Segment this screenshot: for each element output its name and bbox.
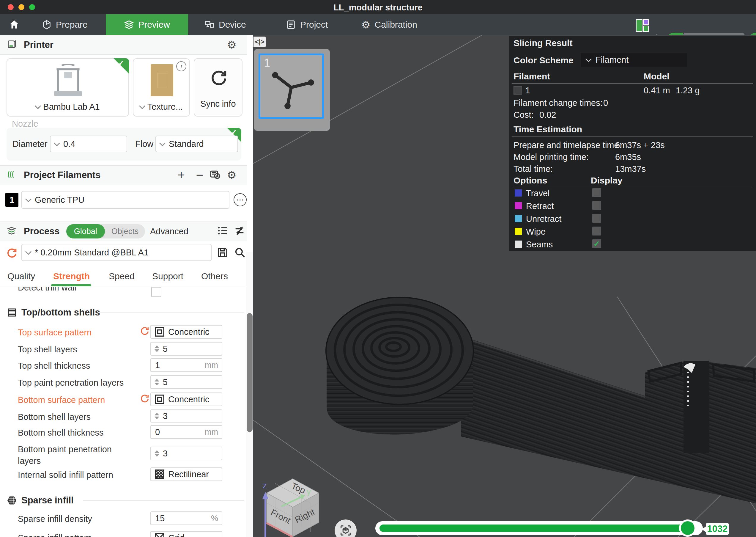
view-cube[interactable]: Top Front Right z y — [253, 35, 372, 537]
printer-section-title: Printer — [24, 40, 54, 50]
preset-select[interactable]: * 0.20mm Standard @BBL A1 — [21, 244, 211, 261]
column-model: Model — [644, 71, 669, 81]
bottom-shell-thickness-input[interactable]: 0 mm — [150, 425, 222, 439]
option-label: Travel — [526, 188, 550, 198]
printer-settings-gear-icon[interactable]: ⚙ — [227, 40, 237, 50]
device-icon — [205, 20, 214, 30]
filament-weight: 1.23 g — [676, 86, 700, 96]
scrollbar-track[interactable] — [246, 252, 253, 537]
setting-label: Sparse infill pattern — [18, 533, 92, 537]
crosshatch-pattern-icon — [154, 469, 165, 480]
display-travel-checkbox[interactable] — [592, 188, 601, 197]
ams-sync-icon[interactable] — [209, 169, 221, 182]
setting-label: Bottom shell thickness — [18, 428, 104, 438]
tab-calibration[interactable]: ⚙ Calibration — [361, 14, 417, 35]
process-scope-toggle[interactable]: Global Objects — [66, 224, 145, 238]
setting-label: Sparse infill density — [18, 514, 92, 524]
top-surface-pattern-select[interactable]: Concentric — [150, 325, 222, 339]
tab-quality[interactable]: Quality — [7, 271, 35, 281]
setting-label: Top shell layers — [18, 345, 77, 354]
detect-thin-wall-checkbox[interactable] — [151, 287, 161, 297]
filament-settings-gear-icon[interactable]: ⚙ — [227, 170, 237, 181]
display-wipe-checkbox[interactable] — [592, 227, 601, 235]
param-list-icon[interactable] — [217, 225, 229, 238]
sync-info-button[interactable]: Sync info — [194, 58, 243, 116]
printer-card[interactable]: ✓ Bambu Lab A1 — [7, 58, 129, 116]
divider — [512, 136, 753, 137]
info-icon[interactable]: i — [176, 61, 186, 71]
tab-others[interactable]: Others — [201, 271, 228, 281]
section-sparse-infill: Sparse infill — [7, 495, 74, 506]
tab-strength[interactable]: Strength — [53, 271, 90, 281]
edit-filament-button[interactable]: ⋯ — [234, 193, 246, 206]
shells-icon — [7, 307, 17, 318]
display-retract-checkbox[interactable] — [592, 201, 601, 210]
viewport-3d[interactable]: <|> 1 Slicing Result Color Scheme Filame… — [253, 35, 756, 537]
display-seams-checkbox[interactable]: ✓ — [592, 239, 601, 248]
tab-speed[interactable]: Speed — [109, 271, 134, 281]
filament-color-swatch — [513, 86, 522, 95]
plate-layout-icon[interactable] — [636, 19, 650, 31]
tab-support[interactable]: Support — [152, 271, 183, 281]
scope-objects[interactable]: Objects — [105, 227, 145, 236]
check-icon: ✓ — [593, 239, 600, 249]
color-scheme-label: Color Scheme — [513, 55, 574, 65]
add-filament-button[interactable]: + — [177, 168, 185, 182]
process-section-header: Process Global Objects Advanced — [0, 222, 247, 241]
option-label: Unretract — [526, 214, 561, 224]
filament-select[interactable]: Generic TPU — [21, 191, 229, 209]
setting-label: Top paint penetration layers — [18, 378, 124, 388]
search-params-icon[interactable] — [234, 246, 246, 260]
printer-icon — [7, 39, 17, 51]
tab-project[interactable]: Project — [286, 14, 328, 35]
setting-label: Bottom paint penetration layers — [18, 444, 116, 467]
tab-preview[interactable]: Preview — [106, 14, 188, 35]
remove-filament-button[interactable]: − — [196, 168, 203, 182]
sparse-infill-pattern-select[interactable]: Grid — [150, 531, 222, 537]
divider — [98, 312, 244, 313]
bottom-shell-layers-stepper[interactable]: 3 — [150, 409, 222, 423]
flow-select[interactable]: Standard — [155, 136, 238, 152]
chevron-down-icon — [35, 103, 41, 109]
internal-solid-infill-pattern-select[interactable]: Rectilinear — [150, 468, 222, 481]
refresh-icon — [208, 69, 228, 88]
bottom-surface-pattern-select[interactable]: Concentric — [150, 392, 222, 406]
stepper-arrows[interactable] — [151, 447, 163, 460]
top-paint-penetration-stepper[interactable]: 5 — [150, 375, 222, 389]
compare-presets-icon[interactable] — [234, 225, 246, 238]
stepper-arrows[interactable] — [151, 410, 163, 422]
layer-slider[interactable] — [375, 521, 703, 535]
top-shell-layers-stepper[interactable]: 5 — [150, 342, 222, 355]
filament-icon — [7, 170, 17, 181]
process-section-title: Process — [24, 226, 60, 237]
scrollbar-thumb[interactable] — [246, 313, 252, 432]
tab-prepare[interactable]: Prepare — [42, 14, 88, 35]
tab-device[interactable]: Device — [205, 14, 246, 35]
home-button[interactable] — [5, 14, 23, 35]
printer-section-header: Printer ⚙ — [0, 35, 247, 55]
plate-type-select[interactable]: Texture... — [133, 102, 189, 112]
top-shell-thickness-input[interactable]: 1 mm — [150, 358, 222, 372]
panel-title: Slicing Result — [513, 38, 572, 48]
setting-label: Detect thin wall — [18, 287, 76, 293]
plate-type-card[interactable]: i Texture... — [133, 58, 190, 116]
settings-scroll-area[interactable]: Detect thin wall Top/bottom shells Top s… — [0, 287, 247, 537]
reset-param-icon[interactable] — [140, 394, 150, 405]
display-unretract-checkbox[interactable] — [592, 214, 601, 223]
stepper-arrows[interactable] — [151, 376, 163, 388]
diameter-select[interactable]: 0.4 — [50, 136, 127, 152]
active-tab-underline — [51, 284, 91, 286]
option-color-swatch — [515, 240, 522, 248]
layer-slider-handle[interactable] — [679, 519, 696, 537]
filament-change-label: Filament change times: — [513, 98, 603, 108]
reset-param-icon[interactable] — [140, 326, 150, 338]
sparse-infill-density-input[interactable]: 15 % — [150, 512, 222, 525]
color-scheme-select[interactable]: Filament — [581, 53, 687, 66]
bottom-paint-penetration-stepper[interactable]: 3 — [150, 447, 222, 460]
preset-modified-reset-icon[interactable] — [6, 247, 18, 261]
setting-label: Top surface pattern — [18, 328, 92, 338]
stepper-arrows[interactable] — [151, 343, 163, 355]
scope-global[interactable]: Global — [66, 224, 105, 238]
save-preset-icon[interactable] — [216, 246, 229, 260]
printer-model-select[interactable]: Bambu Lab A1 — [7, 102, 129, 112]
